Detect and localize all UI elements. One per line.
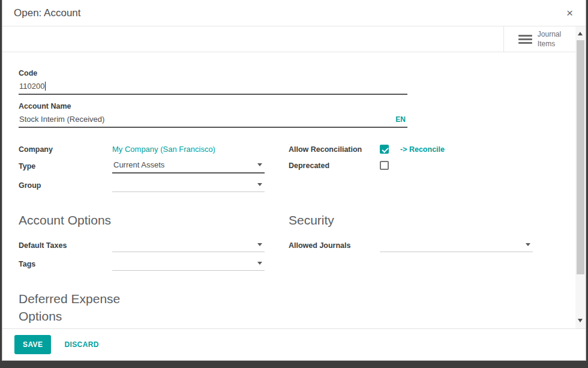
- account-name-field-group: Account Name Stock Interim (Received) EN: [19, 102, 407, 128]
- security-section: Security Allowed Journals: [289, 211, 575, 252]
- account-options-fields: Default Taxes Tags: [19, 238, 289, 271]
- deprecated-checkbox[interactable]: [380, 161, 389, 170]
- default-taxes-label: Default Taxes: [19, 241, 112, 250]
- chevron-down-icon: [526, 243, 530, 246]
- journal-items-button[interactable]: Journal Items: [503, 26, 575, 52]
- right-column: Allow Reconciliation -> Reconcile Deprec…: [289, 145, 575, 170]
- tags-select[interactable]: [112, 257, 265, 271]
- left-column: Company My Company (San Francisco) Type …: [19, 145, 289, 192]
- chevron-down-icon: [257, 183, 262, 186]
- reconcile-link[interactable]: -> Reconcile: [400, 145, 445, 154]
- dialog-scroll-area: Journal Items Code 110200 Account Name: [2, 26, 575, 328]
- dialog-header: Open: Account ×: [2, 0, 586, 26]
- default-taxes-select[interactable]: [112, 238, 265, 252]
- deprecated-row: [380, 161, 575, 170]
- list-bars-icon: [518, 35, 532, 44]
- dialog-body: Journal Items Code 110200 Account Name: [2, 26, 586, 328]
- type-select[interactable]: Current Assets: [112, 158, 265, 173]
- close-icon[interactable]: ×: [565, 7, 574, 19]
- code-field-group: Code 110200: [19, 69, 407, 95]
- allow-reconciliation-label: Allow Reconciliation: [289, 145, 380, 154]
- account-name-input[interactable]: Stock Interim (Received) EN: [19, 113, 407, 128]
- security-heading: Security: [289, 211, 575, 229]
- account-name-value: Stock Interim (Received): [19, 115, 104, 124]
- company-label: Company: [19, 145, 112, 154]
- save-button[interactable]: SAVE: [14, 335, 51, 354]
- button-box: Journal Items: [2, 26, 575, 52]
- scroll-down-arrow-icon[interactable]: [578, 319, 583, 322]
- group-label: Group: [19, 181, 112, 190]
- allowed-journals-label: Allowed Journals: [289, 241, 380, 250]
- code-value: 110200: [19, 82, 44, 91]
- type-value: Current Assets: [113, 160, 164, 169]
- allowed-journals-select[interactable]: [380, 238, 533, 252]
- dialog-footer: SAVE DISCARD: [2, 328, 586, 360]
- open-account-dialog: Open: Account × Journal Items Code 11020…: [2, 0, 586, 361]
- chevron-down-icon: [257, 163, 262, 166]
- account-options-heading: Account Options: [19, 211, 289, 229]
- code-label: Code: [19, 69, 407, 77]
- text-cursor: [45, 82, 46, 91]
- company-link[interactable]: My Company (San Francisco): [112, 145, 265, 154]
- dialog-title: Open: Account: [14, 7, 81, 19]
- code-input[interactable]: 110200: [19, 80, 407, 95]
- scroll-up-arrow-icon[interactable]: [578, 32, 583, 35]
- tags-label: Tags: [19, 260, 112, 268]
- group-select[interactable]: [112, 178, 265, 192]
- main-fields-group: Company My Company (San Francisco) Type …: [19, 145, 575, 192]
- deferred-expense-section: Deferred Expense Options Automate Deferr…: [19, 290, 575, 328]
- form-sheet: Code 110200 Account Name Stock Interim (…: [2, 52, 575, 328]
- journal-items-label: Journal Items: [538, 29, 561, 49]
- account-options-section: Account Options Default Taxes Tags: [19, 211, 289, 271]
- scrollbar-thumb[interactable]: [577, 40, 584, 274]
- chevron-down-icon: [257, 243, 262, 246]
- type-label: Type: [19, 162, 112, 170]
- vertical-scrollbar[interactable]: [575, 26, 586, 328]
- language-badge[interactable]: EN: [395, 115, 407, 124]
- allow-reconciliation-checkbox[interactable]: [380, 145, 389, 154]
- security-fields: Allowed Journals: [289, 238, 575, 252]
- account-name-label: Account Name: [19, 102, 407, 110]
- chevron-down-icon: [257, 262, 262, 265]
- options-sections: Account Options Default Taxes Tags: [19, 211, 575, 271]
- deferred-expense-heading: Deferred Expense Options: [19, 290, 160, 325]
- allow-reconciliation-row: -> Reconcile: [380, 145, 575, 154]
- deprecated-label: Deprecated: [289, 161, 380, 170]
- discard-button[interactable]: DISCARD: [64, 340, 98, 349]
